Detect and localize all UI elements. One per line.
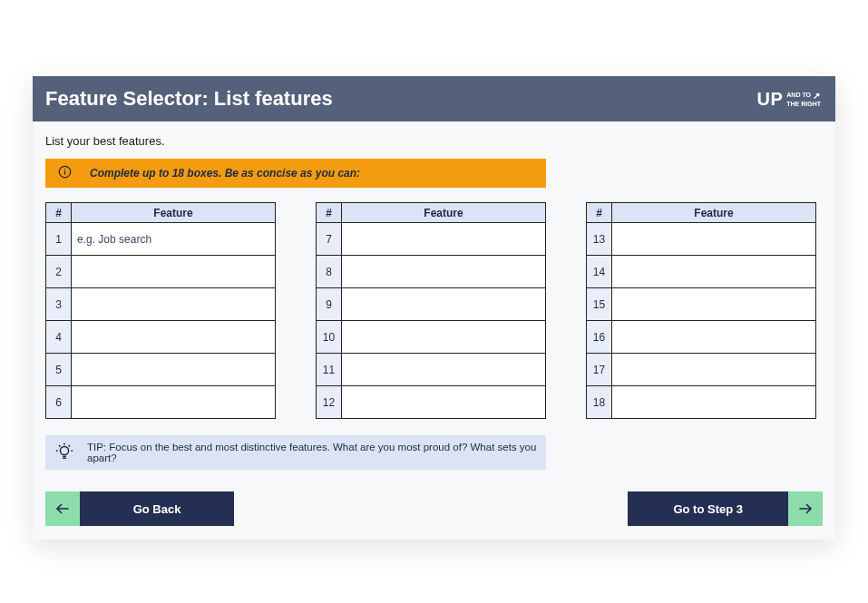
go-back-label: Go Back [80, 491, 234, 526]
tip-text: TIP: Focus on the best and most distinct… [87, 442, 546, 463]
row-number: 7 [317, 223, 342, 256]
col-feature-header: Feature [72, 203, 276, 223]
feature-input[interactable] [72, 386, 275, 418]
table-row: 2 [46, 256, 276, 288]
table-row: 3 [46, 288, 276, 321]
tip-banner: TIP: Focus on the best and most distinct… [45, 435, 546, 470]
notice-banner: Complete up to 18 boxes. Be as concise a… [45, 159, 546, 188]
app-window: Feature Selector: List features UP AND T… [33, 76, 835, 540]
feature-input[interactable] [72, 256, 275, 287]
table-row: 7 [317, 223, 546, 256]
table-row: 6 [46, 386, 276, 419]
logo-text-sub: AND TO ↗ THE RIGHT [786, 91, 821, 108]
row-number: 16 [587, 321, 612, 354]
intro-text: List your best features. [45, 134, 823, 148]
col-num-header: # [46, 203, 72, 223]
feature-input[interactable] [72, 223, 275, 255]
feature-input[interactable] [72, 354, 275, 385]
row-number: 2 [46, 256, 72, 288]
table-row: 15 [587, 288, 816, 321]
feature-table-3: # Feature 13 14 15 16 17 18 [586, 202, 816, 419]
svg-point-3 [60, 447, 68, 455]
header-bar: Feature Selector: List features UP AND T… [33, 76, 835, 122]
svg-line-10 [69, 445, 70, 446]
table-row: 13 [587, 223, 816, 256]
row-number: 3 [46, 288, 72, 321]
table-row: 1 [46, 223, 276, 256]
row-number: 14 [587, 256, 612, 288]
feature-input[interactable] [342, 288, 545, 320]
feature-input[interactable] [72, 288, 275, 320]
feature-table-1: # Feature 1 2 3 4 5 6 [45, 202, 276, 419]
feature-input[interactable] [612, 354, 815, 385]
table-row: 5 [46, 354, 276, 386]
feature-input[interactable] [612, 256, 815, 287]
col-num-header: # [587, 203, 612, 223]
go-next-button[interactable]: Go to Step 3 [628, 491, 823, 526]
row-number: 18 [587, 386, 612, 419]
table-row: 18 [587, 386, 816, 419]
row-number: 8 [317, 256, 342, 288]
svg-point-2 [64, 168, 65, 169]
page-title: Feature Selector: List features [45, 87, 333, 111]
col-feature-header: Feature [612, 203, 816, 223]
row-number: 17 [587, 354, 612, 386]
table-row: 17 [587, 354, 816, 386]
row-number: 4 [46, 321, 72, 354]
feature-input[interactable] [342, 321, 545, 353]
row-number: 1 [46, 223, 72, 256]
arrow-right-icon [788, 491, 823, 526]
table-row: 14 [587, 256, 816, 288]
arrow-left-icon [45, 491, 80, 526]
col-num-header: # [317, 203, 342, 223]
feature-input[interactable] [342, 256, 545, 287]
table-row: 16 [587, 321, 816, 354]
table-row: 12 [317, 386, 546, 419]
feature-input[interactable] [342, 386, 545, 418]
feature-input[interactable] [342, 223, 545, 255]
feature-input[interactable] [612, 386, 815, 418]
row-number: 10 [317, 321, 342, 354]
row-number: 5 [46, 354, 72, 386]
row-number: 13 [587, 223, 612, 256]
feature-input[interactable] [612, 288, 815, 320]
feature-tables: # Feature 1 2 3 4 5 6 # F [45, 202, 823, 419]
go-next-label: Go to Step 3 [628, 491, 788, 526]
feature-table-2: # Feature 7 8 9 10 11 12 [316, 202, 546, 419]
feature-input[interactable] [72, 321, 275, 353]
row-number: 6 [46, 386, 72, 419]
table-row: 11 [317, 354, 546, 386]
svg-line-9 [59, 445, 60, 446]
content-area: List your best features. Complete up to … [33, 122, 835, 470]
table-row: 4 [46, 321, 276, 354]
footer-nav: Go Back Go to Step 3 [33, 491, 835, 539]
feature-input[interactable] [342, 354, 545, 385]
info-icon [58, 165, 72, 182]
table-row: 10 [317, 321, 546, 354]
table-row: 9 [317, 288, 546, 321]
lightbulb-icon [54, 442, 74, 463]
go-back-button[interactable]: Go Back [45, 491, 234, 526]
logo-text-up: UP [756, 89, 783, 110]
feature-input[interactable] [612, 223, 815, 255]
col-feature-header: Feature [342, 203, 546, 223]
brand-logo: UP AND TO ↗ THE RIGHT [756, 89, 821, 110]
table-row: 8 [317, 256, 546, 288]
row-number: 9 [317, 288, 342, 321]
row-number: 15 [587, 288, 612, 321]
notice-text: Complete up to 18 boxes. Be as concise a… [90, 167, 360, 180]
feature-input[interactable] [612, 321, 815, 353]
row-number: 12 [317, 386, 342, 419]
row-number: 11 [317, 354, 342, 386]
arrow-up-right-icon: ↗ [813, 91, 820, 101]
